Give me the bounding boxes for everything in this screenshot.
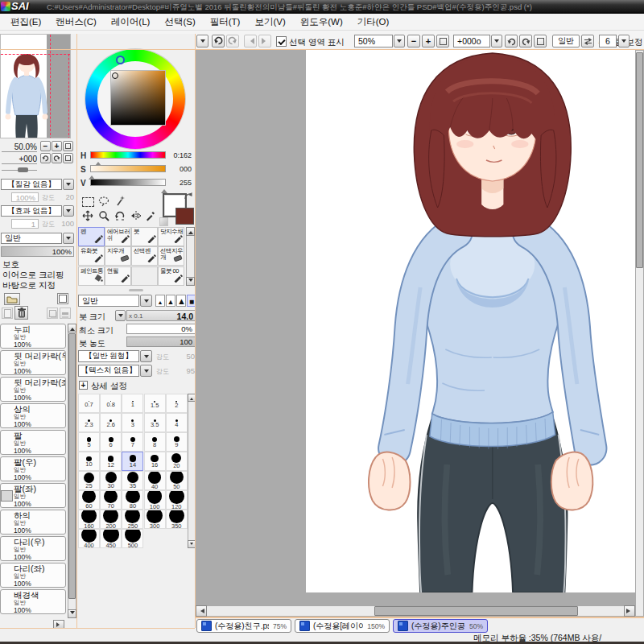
menu-item[interactable]: 윈도우(W)	[293, 14, 350, 30]
tool-4[interactable]: 닷지수채	[158, 227, 184, 246]
hue-cursor[interactable]	[116, 56, 125, 64]
brush-size-option[interactable]: 250	[122, 510, 143, 529]
tool-2[interactable]: 에어브러쉬	[105, 227, 131, 246]
nav-rotate-cw-button[interactable]	[52, 153, 62, 163]
brush-size-option[interactable]: 350	[166, 510, 188, 529]
detail-settings-expand-button[interactable]: +	[79, 381, 88, 390]
layer-row[interactable]: 상의일반100%	[0, 403, 66, 428]
s-slider[interactable]	[90, 165, 166, 172]
sv-square[interactable]	[111, 71, 165, 125]
layer-opacity-slider[interactable]: 100%	[1, 246, 74, 257]
canvas-area[interactable]	[196, 50, 644, 605]
brush-size-option[interactable]: 4	[166, 413, 188, 432]
tool-6[interactable]: 지우개	[105, 246, 131, 266]
stabilizer-value-field[interactable]: 6	[599, 35, 617, 47]
scroll-up-button[interactable]	[68, 324, 76, 332]
brush-size-option[interactable]: 50	[166, 471, 188, 490]
redo-button[interactable]	[226, 35, 239, 47]
brush-size-option[interactable]: 200	[100, 510, 122, 529]
brush-size-option[interactable]: 3.5	[144, 413, 166, 432]
zoom-out-button[interactable]: −	[407, 35, 420, 47]
layer-texture-scale[interactable]: 100%	[11, 192, 39, 202]
brush-size-option[interactable]: 2.6	[100, 413, 122, 432]
brush-size-option[interactable]: 70	[100, 490, 122, 510]
nav-zoom-reset-button[interactable]	[63, 141, 73, 151]
transfer-layer-button[interactable]	[2, 308, 13, 319]
canvas-h-scroll-thumb[interactable]	[374, 606, 578, 616]
prev-selection-button[interactable]	[244, 35, 257, 47]
brush-size-option[interactable]: 30	[100, 471, 122, 490]
brush-size-option[interactable]: 14	[122, 452, 143, 471]
menu-item[interactable]: 레이어(L)	[104, 14, 158, 30]
brush-min-size-slider[interactable]: 0%	[126, 324, 196, 334]
brush-size-option[interactable]: 60	[78, 490, 100, 510]
brush-size-option[interactable]: 2	[166, 394, 188, 413]
layer-option-checkbox[interactable]: 보호	[0, 259, 76, 270]
angle-dropdown-button[interactable]	[491, 35, 502, 47]
brush-mode-dropdown[interactable]: 일반	[78, 295, 139, 307]
tool-9[interactable]: 페인트통	[78, 266, 105, 286]
layer-blend-mode-dropdown-button[interactable]	[63, 233, 74, 244]
brush-size-option[interactable]: 1.5	[144, 394, 166, 413]
layer-row[interactable]: 누피일반100%	[0, 324, 66, 349]
nav-rotate-ccw-button[interactable]	[40, 153, 51, 163]
panel-resize-handle[interactable]	[129, 289, 143, 291]
tool-8[interactable]: 선택지우개	[158, 246, 184, 266]
brush-size-option[interactable]: 35	[122, 471, 143, 490]
layer-option-checkbox[interactable]: 이어으로 크리핑	[0, 270, 76, 280]
layer-row[interactable]: 뒷 머리카락(우)일반100%	[0, 350, 66, 375]
layer-row[interactable]: 뒷 머리카락(좌)일반100%	[0, 377, 66, 402]
paint-mode-button[interactable]: 일반	[552, 35, 580, 47]
brush-size-option[interactable]: 9	[166, 432, 188, 452]
v-slider-marker[interactable]	[161, 186, 167, 193]
new-folder-button[interactable]	[4, 293, 20, 305]
angle-reset-button[interactable]	[534, 35, 547, 47]
document-tab[interactable]: (수정용[레이어 ...150%	[295, 619, 390, 633]
brush-size-option[interactable]: 0.7	[78, 394, 100, 413]
brush-size-option[interactable]: 7	[122, 432, 143, 452]
brush-size-option[interactable]: 100	[144, 490, 166, 510]
menu-item[interactable]: 캔버스(C)	[48, 14, 103, 30]
tool-3[interactable]: 붓	[131, 227, 158, 246]
h-slider[interactable]	[90, 151, 166, 159]
background-color-swatch[interactable]	[175, 208, 194, 225]
brush-size-option[interactable]: 6	[100, 432, 122, 452]
tool-7[interactable]: 선택펜	[131, 246, 158, 266]
canvas-document[interactable]	[306, 50, 635, 592]
brush-mode-dropdown-button[interactable]	[140, 295, 152, 307]
tool-10[interactable]: 연필	[105, 266, 131, 286]
brush-edge-hard-button[interactable]: ▲	[155, 295, 165, 307]
layer-row[interactable]: 다리(우)일반100%	[0, 536, 66, 561]
rotate-cw-button[interactable]	[519, 35, 532, 47]
rotate-tool-icon[interactable]	[114, 210, 126, 223]
layer-row[interactable]: 배경색일반100%	[0, 589, 66, 614]
brush-size-option[interactable]: 20	[166, 452, 188, 471]
brush-edge-soft-button[interactable]: ▲	[166, 295, 175, 307]
tool-12[interactable]: 물붓 00	[158, 266, 184, 286]
copy-layer-button[interactable]	[47, 308, 58, 319]
swap-colors-arrow-icon[interactable]	[184, 192, 193, 202]
stabilizer-dropdown-button[interactable]	[618, 35, 630, 47]
brush-size-option[interactable]: 16	[144, 452, 166, 471]
brush-size-option[interactable]: 300	[144, 510, 166, 529]
layer-effect-dropdown-button[interactable]	[63, 205, 74, 217]
brush-size-option[interactable]: 8	[144, 432, 166, 452]
brush-density-slider[interactable]: 100	[126, 336, 196, 347]
brush-size-option[interactable]: 160	[78, 510, 100, 529]
new-layer-button[interactable]	[57, 293, 68, 304]
brush-size-option[interactable]: 500	[122, 529, 143, 548]
layer-row[interactable]: 다리(좌)일반100%	[0, 563, 66, 588]
document-tab[interactable]: (수정용)친구.psd75%	[196, 619, 291, 633]
layer-row[interactable]: 팔일반100%	[0, 430, 66, 455]
canvas-menu-dropdown-button[interactable]	[196, 35, 208, 47]
rect-select-tool-icon[interactable]	[82, 197, 94, 207]
scroll-down-button[interactable]	[68, 609, 76, 618]
zoom-dropdown-button[interactable]	[394, 35, 405, 47]
show-selection-checkbox[interactable]	[276, 36, 287, 47]
brush-size-option[interactable]: 1	[122, 394, 143, 413]
layer-texture-dropdown[interactable]: 【질감 없음】	[1, 179, 62, 190]
menu-item[interactable]: 선택(S)	[157, 14, 202, 30]
layer-option-checkbox[interactable]: 바탕으로 지정	[0, 280, 76, 291]
next-selection-button[interactable]	[258, 35, 271, 47]
brush-size-option[interactable]: 80	[122, 490, 143, 510]
